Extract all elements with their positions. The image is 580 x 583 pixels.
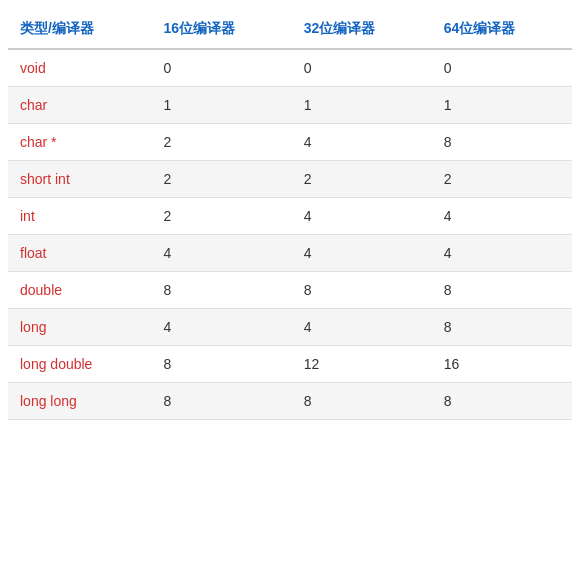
cell-type: double (8, 272, 152, 309)
cell-64bit: 8 (432, 383, 572, 420)
cell-16bit: 4 (152, 309, 292, 346)
cell-16bit: 2 (152, 198, 292, 235)
cell-64bit: 1 (432, 87, 572, 124)
table-row: long448 (8, 309, 572, 346)
table-row: double888 (8, 272, 572, 309)
cell-32bit: 4 (292, 235, 432, 272)
cell-type: char * (8, 124, 152, 161)
table-row: short int222 (8, 161, 572, 198)
cell-32bit: 4 (292, 309, 432, 346)
col-header-16bit: 16位编译器 (152, 10, 292, 49)
table-row: long long888 (8, 383, 572, 420)
cell-64bit: 8 (432, 124, 572, 161)
cell-16bit: 1 (152, 87, 292, 124)
col-header-type: 类型/编译器 (8, 10, 152, 49)
table-row: void000 (8, 49, 572, 87)
col-header-32bit: 32位编译器 (292, 10, 432, 49)
cell-type: char (8, 87, 152, 124)
cell-32bit: 8 (292, 272, 432, 309)
cell-type: void (8, 49, 152, 87)
cell-type: long double (8, 346, 152, 383)
table-row: char *248 (8, 124, 572, 161)
cell-16bit: 8 (152, 272, 292, 309)
cell-16bit: 8 (152, 346, 292, 383)
col-header-64bit: 64位编译器 (432, 10, 572, 49)
cell-16bit: 2 (152, 161, 292, 198)
cell-64bit: 8 (432, 309, 572, 346)
cell-32bit: 4 (292, 124, 432, 161)
cell-type: long (8, 309, 152, 346)
cell-32bit: 12 (292, 346, 432, 383)
cell-64bit: 2 (432, 161, 572, 198)
table-row: char111 (8, 87, 572, 124)
cell-32bit: 1 (292, 87, 432, 124)
cell-16bit: 0 (152, 49, 292, 87)
cell-type: float (8, 235, 152, 272)
cell-16bit: 8 (152, 383, 292, 420)
table-row: int244 (8, 198, 572, 235)
cell-64bit: 8 (432, 272, 572, 309)
cell-type: short int (8, 161, 152, 198)
table-row: float444 (8, 235, 572, 272)
cell-type: int (8, 198, 152, 235)
cell-32bit: 4 (292, 198, 432, 235)
table-row: long double81216 (8, 346, 572, 383)
header-row: 类型/编译器 16位编译器 32位编译器 64位编译器 (8, 10, 572, 49)
cell-64bit: 16 (432, 346, 572, 383)
cell-type: long long (8, 383, 152, 420)
cell-32bit: 0 (292, 49, 432, 87)
cell-64bit: 4 (432, 235, 572, 272)
cell-16bit: 4 (152, 235, 292, 272)
cell-64bit: 0 (432, 49, 572, 87)
cell-64bit: 4 (432, 198, 572, 235)
cell-32bit: 2 (292, 161, 432, 198)
table-container: 类型/编译器 16位编译器 32位编译器 64位编译器 void000char1… (0, 0, 580, 430)
cell-32bit: 8 (292, 383, 432, 420)
cell-16bit: 2 (152, 124, 292, 161)
table-body: void000char111char *248short int222int24… (8, 49, 572, 420)
data-table: 类型/编译器 16位编译器 32位编译器 64位编译器 void000char1… (8, 10, 572, 420)
